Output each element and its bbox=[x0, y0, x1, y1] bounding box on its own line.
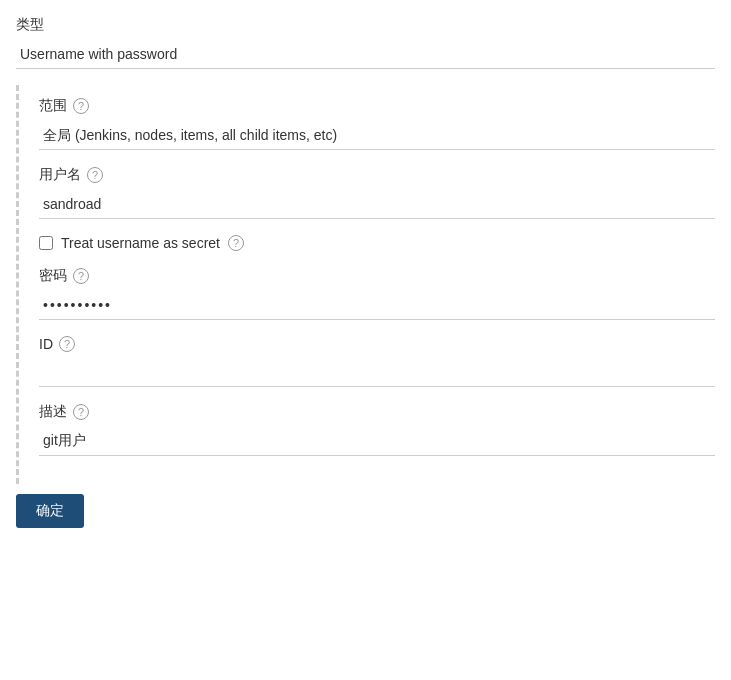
password-label: 密码 ? bbox=[39, 267, 715, 285]
form-container: 类型 Username with password 范围 ? 全局 (Jenki… bbox=[0, 16, 731, 558]
treat-username-checkbox[interactable] bbox=[39, 236, 53, 250]
password-field-group: 密码 ? bbox=[39, 267, 715, 320]
type-select[interactable]: Username with password bbox=[16, 40, 715, 69]
treat-username-help-icon[interactable]: ? bbox=[228, 235, 244, 251]
description-help-icon[interactable]: ? bbox=[73, 404, 89, 420]
scope-help-icon[interactable]: ? bbox=[73, 98, 89, 114]
id-field-group: ID ? bbox=[39, 336, 715, 387]
username-input[interactable] bbox=[39, 190, 715, 219]
id-label-text: ID bbox=[39, 336, 53, 352]
password-input[interactable] bbox=[39, 291, 715, 320]
password-help-icon[interactable]: ? bbox=[73, 268, 89, 284]
scope-field-group: 范围 ? 全局 (Jenkins, nodes, items, all chil… bbox=[39, 97, 715, 150]
description-label: 描述 ? bbox=[39, 403, 715, 421]
username-field-group: 用户名 ? bbox=[39, 166, 715, 219]
id-label: ID ? bbox=[39, 336, 715, 352]
password-label-text: 密码 bbox=[39, 267, 67, 285]
type-section: 类型 Username with password bbox=[0, 16, 731, 85]
credentials-section: 范围 ? 全局 (Jenkins, nodes, items, all chil… bbox=[16, 85, 731, 484]
description-input[interactable] bbox=[39, 427, 715, 456]
id-help-icon[interactable]: ? bbox=[59, 336, 75, 352]
username-label: 用户名 ? bbox=[39, 166, 715, 184]
id-input[interactable] bbox=[39, 358, 715, 387]
scope-select[interactable]: 全局 (Jenkins, nodes, items, all child ite… bbox=[39, 121, 715, 150]
treat-username-checkbox-row: Treat username as secret ? bbox=[39, 235, 715, 251]
confirm-button[interactable]: 确定 bbox=[16, 494, 84, 528]
description-label-text: 描述 bbox=[39, 403, 67, 421]
username-help-icon[interactable]: ? bbox=[87, 167, 103, 183]
scope-label-text: 范围 bbox=[39, 97, 67, 115]
type-label: 类型 bbox=[16, 16, 715, 34]
scope-label: 范围 ? bbox=[39, 97, 715, 115]
username-label-text: 用户名 bbox=[39, 166, 81, 184]
description-field-group: 描述 ? bbox=[39, 403, 715, 456]
treat-username-label: Treat username as secret bbox=[61, 235, 220, 251]
